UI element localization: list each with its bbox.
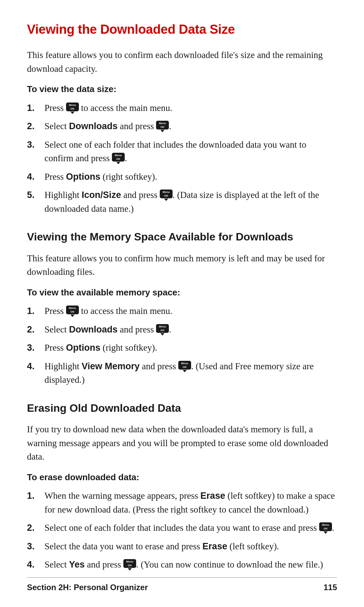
- list-number: 1.: [27, 489, 44, 503]
- svg-marker-34: [324, 531, 328, 534]
- svg-text:Menu: Menu: [69, 307, 76, 310]
- list-content: Press MenuOK to access the main menu.: [44, 101, 337, 115]
- page-footer: Section 2H: Personal Organizer 115: [27, 577, 337, 594]
- section1-block: To view the data size: 1. Press MenuOK t…: [27, 83, 337, 215]
- list-item: 2. Select one of each folder that includ…: [27, 521, 337, 535]
- menu-ok-icon: MenuOK: [156, 324, 169, 336]
- section3-title: Erasing Old Downloaded Data: [27, 400, 337, 416]
- footer-right: 115: [324, 582, 337, 594]
- list-number: 4.: [27, 558, 44, 572]
- svg-text:Menu: Menu: [115, 154, 122, 157]
- list-item: 1. When the warning message appears, pre…: [27, 489, 337, 516]
- svg-text:Menu: Menu: [159, 325, 166, 328]
- svg-text:OK: OK: [324, 527, 328, 530]
- list-content: Select one of each folder that includes …: [44, 138, 337, 165]
- list-content: Select Downloads and press MenuOK.: [44, 119, 337, 133]
- list-item: 4. Select Yes and press MenuOK. (You can…: [27, 558, 337, 572]
- svg-text:OK: OK: [116, 157, 120, 161]
- bold-text: Erase: [201, 491, 225, 501]
- menu-ok-icon: MenuOK: [66, 306, 79, 317]
- list-content: Select Yes and press MenuOK. (You can no…: [44, 558, 337, 572]
- bold-text: Options: [66, 172, 100, 182]
- list-number: 2.: [27, 323, 44, 337]
- section2-intro: This feature allows you to confirm how m…: [27, 252, 337, 279]
- svg-marker-6: [70, 112, 74, 114]
- svg-text:Menu: Menu: [181, 362, 188, 365]
- list-item: 1. Press MenuOK to access the main menu.: [27, 101, 337, 115]
- section3-label: To erase downloaded data:: [27, 471, 337, 484]
- list-content: Press Options (right softkey).: [44, 170, 337, 184]
- section2-block: To view the available memory space: 1. P…: [27, 286, 337, 387]
- svg-marker-14: [116, 162, 120, 164]
- intro-paragraph: This feature allows you to confirm each …: [27, 48, 337, 76]
- svg-text:Menu: Menu: [126, 560, 133, 563]
- svg-marker-26: [160, 333, 164, 336]
- menu-ok-icon: MenuOK: [156, 121, 169, 132]
- list-number: 5.: [27, 188, 44, 202]
- menu-ok-icon: MenuOK: [178, 361, 191, 372]
- list-item: 2. Select Downloads and press MenuOK.: [27, 119, 337, 133]
- menu-ok-icon: MenuOK: [319, 522, 332, 534]
- section2-list: 1. Press MenuOK to access the main menu.…: [27, 304, 337, 387]
- bold-text: Erase: [203, 541, 228, 551]
- svg-text:OK: OK: [160, 329, 164, 332]
- svg-text:OK: OK: [70, 310, 74, 313]
- list-content: Press MenuOK to access the main menu.: [44, 304, 337, 318]
- bold-text: Options: [66, 343, 100, 353]
- bold-text: Downloads: [69, 324, 118, 335]
- bold-text: Yes: [69, 559, 85, 570]
- list-number: 4.: [27, 170, 44, 184]
- list-item: 3. Select one of each folder that includ…: [27, 138, 337, 165]
- svg-text:Menu: Menu: [159, 122, 166, 125]
- list-content: When the warning message appears, press …: [44, 489, 337, 516]
- footer-left: Section 2H: Personal Organizer: [27, 582, 148, 594]
- menu-ok-icon: MenuOK: [66, 103, 79, 114]
- page-title: Viewing the Downloaded Data Size: [27, 20, 337, 39]
- svg-text:OK: OK: [70, 107, 74, 110]
- list-item: 3. Select the data you want to erase and…: [27, 540, 337, 553]
- bold-text: Downloads: [69, 121, 118, 131]
- svg-text:Menu: Menu: [163, 191, 170, 194]
- list-content: Select the data you want to erase and pr…: [44, 540, 337, 553]
- svg-marker-38: [128, 568, 132, 571]
- list-item: 2. Select Downloads and press MenuOK.: [27, 323, 337, 337]
- svg-text:OK: OK: [160, 125, 164, 128]
- svg-marker-30: [183, 370, 187, 372]
- list-content: Press Options (right softkey).: [44, 341, 337, 355]
- menu-ok-icon: MenuOK: [160, 190, 173, 201]
- list-number: 3.: [27, 341, 44, 355]
- list-number: 1.: [27, 304, 44, 318]
- list-item: 4. Press Options (right softkey).: [27, 170, 337, 184]
- section1-label: To view the data size:: [27, 83, 337, 96]
- svg-marker-22: [70, 315, 74, 317]
- bold-text: View Memory: [82, 361, 140, 371]
- svg-text:Menu: Menu: [322, 523, 329, 526]
- list-content: Select one of each folder that includes …: [44, 521, 337, 535]
- section3-intro: If you try to download new data when the…: [27, 423, 337, 464]
- svg-text:OK: OK: [164, 194, 168, 197]
- list-item: 3. Press Options (right softkey).: [27, 341, 337, 355]
- list-number: 2.: [27, 119, 44, 133]
- list-item: 1. Press MenuOK to access the main menu.: [27, 304, 337, 318]
- section3-list: 1. When the warning message appears, pre…: [27, 489, 337, 572]
- list-number: 1.: [27, 101, 44, 115]
- svg-marker-10: [160, 130, 164, 132]
- svg-text:OK: OK: [183, 366, 187, 369]
- svg-text:Menu: Menu: [69, 104, 76, 107]
- list-number: 3.: [27, 138, 44, 152]
- svg-text:OK: OK: [128, 564, 132, 567]
- menu-ok-icon: MenuOK: [112, 153, 125, 164]
- section2-title: Viewing the Memory Space Available for D…: [27, 229, 337, 244]
- section3-block: To erase downloaded data: 1. When the wa…: [27, 471, 337, 572]
- list-content: Select Downloads and press MenuOK.: [44, 323, 337, 337]
- bold-text: Icon/Size: [82, 190, 121, 200]
- list-number: 4.: [27, 359, 44, 373]
- list-content: Highlight Icon/Size and press MenuOK. (D…: [44, 188, 337, 215]
- list-item: 4. Highlight View Memory and press MenuO…: [27, 359, 337, 387]
- section2-label: To view the available memory space:: [27, 286, 337, 299]
- menu-ok-icon: MenuOK: [123, 559, 136, 571]
- list-content: Highlight View Memory and press MenuOK. …: [44, 359, 337, 387]
- list-number: 3.: [27, 540, 44, 553]
- section1-list: 1. Press MenuOK to access the main menu.…: [27, 101, 337, 216]
- svg-marker-18: [164, 199, 168, 201]
